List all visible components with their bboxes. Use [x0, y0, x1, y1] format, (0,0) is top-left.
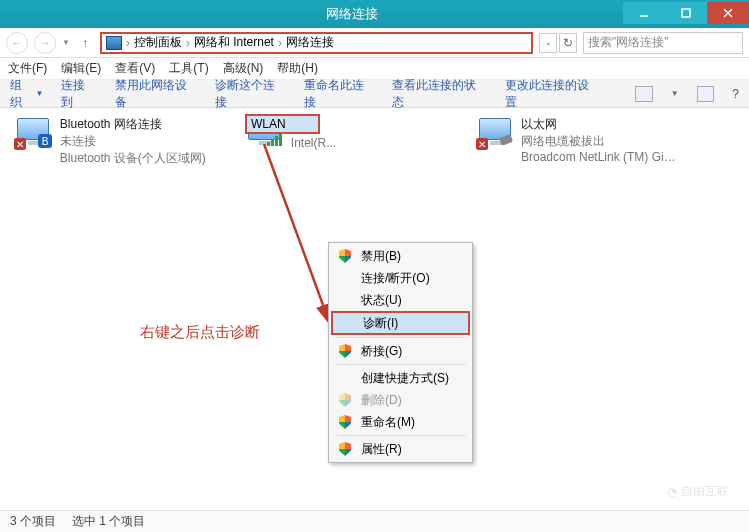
ctx-delete[interactable]: 删除(D) — [331, 389, 470, 411]
up-button[interactable]: ↑ — [76, 34, 94, 52]
annotation-text: 右键之后点击诊断 — [140, 323, 260, 342]
breadcrumb-item[interactable]: 网络连接 — [286, 34, 334, 51]
maximize-button[interactable] — [665, 2, 707, 24]
refresh-button[interactable]: ↻ — [559, 33, 577, 53]
svg-line-4 — [264, 144, 330, 324]
svg-rect-1 — [682, 9, 690, 17]
forward-button[interactable]: → — [34, 32, 56, 54]
adapter-status: 未连接 — [60, 133, 219, 150]
watermark: ◔ 自由互联 — [667, 483, 729, 500]
ctx-rename[interactable]: 重命名(M) — [331, 411, 470, 433]
ctx-status[interactable]: 状态(U) — [331, 289, 470, 311]
menu-bar: 文件(F) 编辑(E) 查看(V) 工具(T) 高级(N) 帮助(H) — [0, 58, 749, 80]
disconnected-overlay-icon: ✕ — [14, 138, 26, 150]
adapter-bluetooth[interactable]: ✕ B Bluetooth 网络连接 未连接 Bluetooth 设备(个人区域… — [14, 116, 219, 167]
address-bar: ← → ▼ ↑ › 控制面板 › 网络和 Internet › 网络连接 ⌄ ↻… — [0, 28, 749, 58]
breadcrumb-item[interactable]: 控制面板 — [134, 34, 182, 51]
organize-button[interactable]: 组织▼ — [10, 77, 43, 111]
window-controls — [623, 5, 749, 24]
menu-separator — [335, 364, 466, 365]
menu-separator — [335, 435, 466, 436]
disconnected-overlay-icon: ✕ — [476, 138, 488, 150]
adapter-name: 以太网 — [521, 116, 681, 133]
rename-button[interactable]: 重命名此连接 — [304, 77, 375, 111]
context-menu: 禁用(B) 连接/断开(O) 状态(U) 诊断(I) 桥接(G) 创建快捷方式(… — [328, 242, 473, 463]
status-bar: 3 个项目 选中 1 个项目 — [0, 510, 749, 532]
chevron-right-icon: › — [126, 36, 130, 50]
shield-icon — [339, 442, 351, 456]
selected-count: 选中 1 个项目 — [72, 513, 145, 530]
adapter-status: 网络电缆被拔出 — [521, 133, 681, 150]
status-button[interactable]: 查看此连接的状态 — [392, 77, 486, 111]
ctx-shortcut[interactable]: 创建快捷方式(S) — [331, 367, 470, 389]
history-dropdown[interactable]: ▼ — [62, 38, 70, 47]
adapter-device: Intel(R... — [291, 136, 450, 150]
logo-icon: ◔ — [667, 485, 677, 499]
shield-icon — [339, 344, 351, 358]
search-placeholder: 搜索"网络连接" — [588, 34, 669, 51]
close-button[interactable] — [707, 2, 749, 24]
menu-advanced[interactable]: 高级(N) — [223, 60, 264, 77]
preview-pane-icon[interactable] — [697, 86, 715, 102]
menu-help[interactable]: 帮助(H) — [277, 60, 318, 77]
breadcrumb[interactable]: › 控制面板 › 网络和 Internet › 网络连接 — [100, 32, 533, 54]
connect-button[interactable]: 连接到 — [61, 77, 96, 111]
content-area: ✕ B Bluetooth 网络连接 未连接 Bluetooth 设备(个人区域… — [0, 108, 749, 508]
folder-icon — [106, 36, 122, 50]
ctx-diagnose[interactable]: 诊断(I) — [331, 311, 470, 335]
diagnose-button[interactable]: 诊断这个连接 — [215, 77, 286, 111]
menu-tools[interactable]: 工具(T) — [169, 60, 208, 77]
search-input[interactable]: 搜索"网络连接" — [583, 32, 743, 54]
chevron-right-icon: › — [278, 36, 282, 50]
adapter-ethernet[interactable]: ✕ 以太网 网络电缆被拔出 Broadcom NetLink (TM) Giga… — [476, 116, 681, 167]
view-options-icon[interactable] — [635, 86, 653, 102]
minimize-button[interactable] — [623, 2, 665, 24]
bluetooth-icon: B — [38, 134, 52, 148]
adapter-name-selected: WLAN — [245, 114, 320, 134]
ctx-properties[interactable]: 属性(R) — [331, 438, 470, 460]
adapter-device: Broadcom NetLink (TM) Giga... — [521, 150, 681, 164]
window-title: 网络连接 — [80, 5, 623, 23]
menu-separator — [335, 337, 466, 338]
back-button[interactable]: ← — [6, 32, 28, 54]
shield-icon — [339, 393, 351, 407]
menu-edit[interactable]: 编辑(E) — [61, 60, 101, 77]
breadcrumb-item[interactable]: 网络和 Internet — [194, 34, 274, 51]
ctx-connect-disconnect[interactable]: 连接/断开(O) — [331, 267, 470, 289]
change-settings-button[interactable]: 更改此连接的设置 — [505, 77, 599, 111]
ctx-bridge[interactable]: 桥接(G) — [331, 340, 470, 362]
adapter-name: Bluetooth 网络连接 — [60, 116, 219, 133]
disable-device-button[interactable]: 禁用此网络设备 — [115, 77, 197, 111]
item-count: 3 个项目 — [10, 513, 56, 530]
bluetooth-adapter-icon: ✕ B — [14, 116, 54, 152]
wifi-signal-icon — [267, 134, 283, 146]
adapter-device: Bluetooth 设备(个人区域网) — [60, 150, 219, 167]
ethernet-adapter-icon: ✕ — [476, 116, 515, 152]
help-icon[interactable]: ? — [732, 87, 739, 101]
adapter-wlan[interactable]: WLAN Intel(R... — [245, 116, 450, 167]
view-dropdown[interactable]: ▼ — [671, 89, 679, 98]
shield-icon — [339, 415, 351, 429]
menu-file[interactable]: 文件(F) — [8, 60, 47, 77]
ctx-disable[interactable]: 禁用(B) — [331, 245, 470, 267]
chevron-right-icon: › — [186, 36, 190, 50]
address-dropdown[interactable]: ⌄ — [539, 33, 557, 53]
titlebar: 网络连接 — [0, 0, 749, 28]
shield-icon — [339, 249, 351, 263]
toolbar: 组织▼ 连接到 禁用此网络设备 诊断这个连接 重命名此连接 查看此连接的状态 更… — [0, 80, 749, 108]
menu-view[interactable]: 查看(V) — [115, 60, 155, 77]
